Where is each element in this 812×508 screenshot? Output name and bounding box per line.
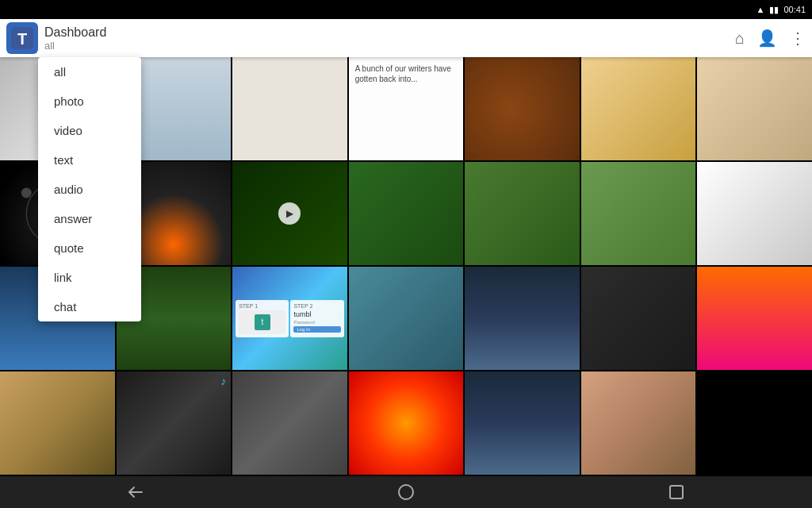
grid-cell-19[interactable]	[465, 267, 580, 370]
profile-button[interactable]: 👤	[757, 29, 777, 48]
dropdown-item-quote[interactable]: quote	[38, 233, 141, 263]
grid-cell-3[interactable]	[232, 57, 347, 160]
dropdown-item-photo[interactable]: photo	[38, 87, 141, 116]
grid-cell-12[interactable]	[465, 162, 580, 265]
grid-cell-14[interactable]	[697, 162, 812, 265]
dropdown-item-video[interactable]: video	[38, 116, 141, 145]
grid-cell-27[interactable]	[581, 371, 696, 475]
music-note-icon: ♪	[220, 375, 226, 387]
grid-cell-13[interactable]	[581, 162, 696, 265]
app-logo: T	[6, 22, 38, 54]
svg-rect-7	[670, 486, 683, 498]
back-button[interactable]	[126, 483, 145, 502]
grid-cell-20[interactable]	[581, 267, 696, 370]
grid-cell-23[interactable]: ♪	[117, 371, 232, 475]
svg-text:T: T	[17, 30, 27, 48]
nav-bar	[0, 476, 812, 508]
time-display: 00:41	[783, 5, 806, 14]
toolbar-icons: ⌂ 👤 ⋮	[735, 29, 806, 48]
status-bar: ▲ ▮▮ 00:41	[0, 0, 812, 19]
dropdown-item-link[interactable]: link	[38, 263, 141, 292]
grid-cell-25[interactable]	[349, 371, 464, 475]
dropdown-item-audio[interactable]: audio	[38, 175, 141, 204]
tumblr-steps: STEP 1 t STEP 2 tumbl Password Log In	[232, 267, 347, 370]
play-icon[interactable]: ▶	[278, 202, 301, 225]
svg-point-6	[399, 485, 413, 499]
dropdown-item-chat[interactable]: chat	[38, 292, 141, 321]
grid-cell-tumblr[interactable]: STEP 1 t STEP 2 tumbl Password Log In	[232, 267, 347, 370]
grid-cell-11[interactable]	[349, 162, 464, 265]
dropdown-item-answer[interactable]: answer	[38, 204, 141, 233]
toolbar-title: Dashboard	[44, 25, 729, 40]
grid-cell-26[interactable]	[465, 371, 580, 475]
dropdown-item-text[interactable]: text	[38, 145, 141, 175]
grid-cell-18[interactable]	[349, 267, 464, 370]
battery-icon: ▮▮	[769, 5, 779, 15]
dropdown-item-all[interactable]: all	[38, 57, 141, 87]
wifi-icon: ▲	[756, 5, 765, 14]
article-text: A bunch of our writers have gotten back …	[349, 57, 464, 160]
home-nav-button[interactable]	[396, 483, 416, 502]
grid-cell-5[interactable]	[465, 57, 580, 160]
svg-point-3	[21, 188, 32, 198]
grid-cell-21[interactable]	[697, 267, 812, 370]
grid-cell-article[interactable]: A bunch of our writers have gotten back …	[349, 57, 464, 160]
grid-cell-video[interactable]: ▶	[232, 162, 347, 265]
dropdown-menu: all photo video text audio answer quote …	[38, 57, 141, 321]
grid-cell-7[interactable]	[697, 57, 812, 160]
grid-cell-22[interactable]	[0, 371, 115, 475]
more-button[interactable]: ⋮	[790, 29, 806, 48]
grid-cell-6[interactable]	[581, 57, 696, 160]
toolbar-subtitle: all	[44, 40, 729, 52]
toolbar: T Dashboard all ⌂ 👤 ⋮	[0, 19, 812, 57]
grid-cell-24[interactable]	[232, 371, 347, 475]
home-button[interactable]: ⌂	[735, 29, 745, 48]
toolbar-title-area: Dashboard all	[44, 25, 729, 52]
recent-apps-button[interactable]	[667, 483, 686, 502]
